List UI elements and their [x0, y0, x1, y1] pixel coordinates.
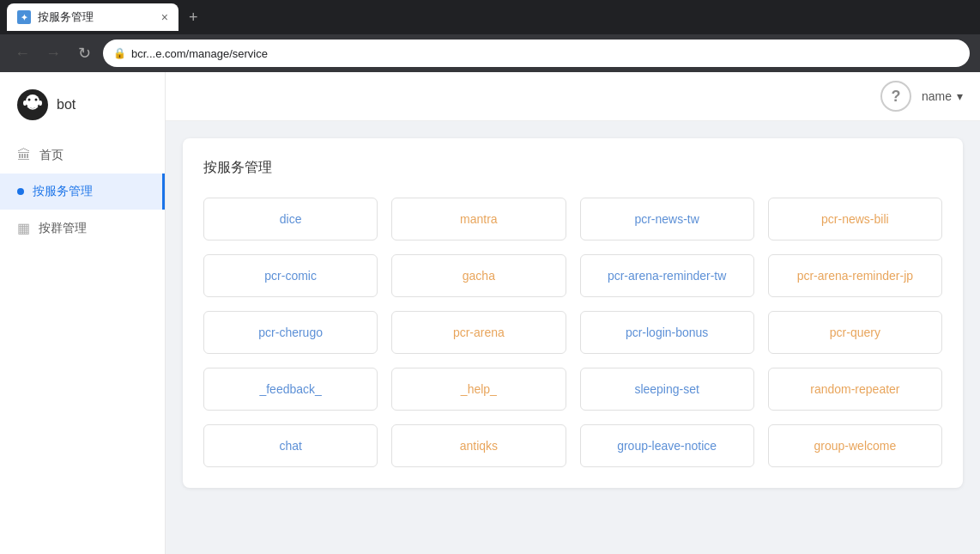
- service-btn-sleeping-set[interactable]: sleeping-set: [580, 368, 754, 411]
- avatar: [17, 89, 48, 120]
- tab-favicon: ✦: [17, 10, 31, 24]
- service-btn-pcr-news-tw[interactable]: pcr-news-tw: [580, 198, 754, 240]
- sidebar-item-label-group: 按群管理: [39, 221, 87, 236]
- service-card: 按服务管理 dicemantrapcr-news-twpcr-news-bili…: [183, 138, 963, 488]
- forward-button[interactable]: →: [41, 41, 65, 65]
- refresh-button[interactable]: ↻: [72, 41, 96, 65]
- service-btn-chat[interactable]: chat: [203, 424, 378, 467]
- tab-close-button[interactable]: ×: [161, 10, 168, 24]
- service-btn-pcr-arena-reminder-tw[interactable]: pcr-arena-reminder-tw: [580, 254, 754, 297]
- service-btn-group-welcome[interactable]: group-welcome: [768, 424, 942, 467]
- service-btn-pcr-query[interactable]: pcr-query: [768, 311, 942, 354]
- svg-point-4: [39, 100, 42, 106]
- user-menu[interactable]: name ▾: [922, 89, 963, 103]
- service-btn-_help_[interactable]: _help_: [391, 368, 566, 411]
- service-btn-antiqks[interactable]: antiqks: [391, 424, 566, 467]
- dropdown-icon: ▾: [957, 89, 963, 103]
- help-icon: ?: [891, 88, 900, 106]
- tab-title: 按服务管理: [38, 9, 94, 25]
- new-tab-button[interactable]: +: [189, 9, 198, 27]
- app-layout: bot 🏛 首页 按服务管理 ▦ 按群管理 ? name ▾: [0, 72, 980, 554]
- user-name: name: [922, 89, 952, 103]
- service-btn-pcr-news-bili[interactable]: pcr-news-bili: [768, 198, 942, 240]
- service-btn-group-leave-notice[interactable]: group-leave-notice: [580, 424, 754, 467]
- service-btn-pcr-login-bonus[interactable]: pcr-login-bonus: [580, 311, 754, 354]
- browser-chrome: ✦ 按服务管理 × +: [0, 0, 980, 34]
- sidebar-item-label-service: 按服务管理: [33, 184, 93, 199]
- lock-icon: 🔒: [113, 47, 126, 59]
- service-btn-mantra[interactable]: mantra: [391, 198, 566, 240]
- url-text: bcr...e.com/manage/service: [131, 47, 268, 60]
- sidebar-logo-text: bot: [57, 97, 76, 113]
- service-btn-_feedback_[interactable]: _feedback_: [203, 368, 378, 411]
- browser-nav: ← → ↻ 🔒 bcr...e.com/manage/service: [0, 34, 980, 72]
- back-button[interactable]: ←: [10, 41, 34, 65]
- sidebar-item-home[interactable]: 🏛 首页: [0, 137, 165, 174]
- main-area: ? name ▾ 按服务管理 dicemantrapcr-news-twpcr-…: [166, 72, 980, 554]
- service-btn-random-repeater[interactable]: random-repeater: [768, 368, 942, 411]
- service-btn-pcr-cherugo[interactable]: pcr-cherugo: [203, 311, 378, 354]
- svg-point-2: [35, 99, 38, 101]
- browser-tab[interactable]: ✦ 按服务管理 ×: [7, 3, 178, 31]
- card-title: 按服务管理: [203, 159, 942, 177]
- active-dot-icon: [17, 188, 24, 195]
- service-btn-dice[interactable]: dice: [203, 198, 378, 240]
- top-header: ? name ▾: [166, 72, 980, 121]
- sidebar: bot 🏛 首页 按服务管理 ▦ 按群管理: [0, 72, 166, 554]
- svg-point-3: [23, 100, 27, 106]
- service-btn-pcr-arena[interactable]: pcr-arena: [391, 311, 566, 354]
- sidebar-logo: bot: [0, 79, 165, 137]
- service-btn-pcr-comic[interactable]: pcr-comic: [203, 254, 378, 297]
- help-button[interactable]: ?: [880, 81, 911, 112]
- service-grid: dicemantrapcr-news-twpcr-news-bilipcr-co…: [203, 198, 942, 467]
- main-content: 按服务管理 dicemantrapcr-news-twpcr-news-bili…: [166, 121, 980, 554]
- group-icon: ▦: [17, 220, 30, 236]
- home-icon: 🏛: [17, 148, 31, 163]
- svg-point-1: [28, 99, 31, 101]
- sidebar-item-group[interactable]: ▦ 按群管理: [0, 210, 165, 247]
- service-btn-pcr-arena-reminder-jp[interactable]: pcr-arena-reminder-jp: [768, 254, 942, 297]
- sidebar-item-service[interactable]: 按服务管理: [0, 174, 165, 210]
- address-bar[interactable]: 🔒 bcr...e.com/manage/service: [103, 40, 970, 67]
- sidebar-item-label-home: 首页: [39, 148, 64, 163]
- service-btn-gacha[interactable]: gacha: [391, 254, 566, 297]
